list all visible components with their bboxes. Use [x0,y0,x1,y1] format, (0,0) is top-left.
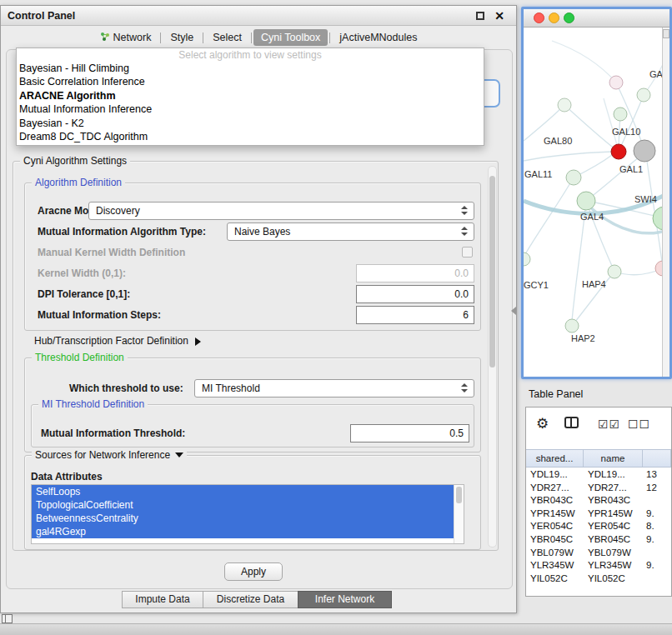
table-row[interactable]: YIL052CYIL052C [526,572,671,586]
table-cell: YLR345W [526,559,584,572]
tab-separator [329,32,330,43]
table-row[interactable]: YBL079WYBL079W [526,547,671,560]
aracne-mode-value: Discovery [96,205,140,217]
algorithm-option-bayesian-hill-climbing[interactable]: Bayesian - Hill Climbing [17,62,484,75]
tab-label: Select [213,32,242,43]
mi-steps-field[interactable]: 6 [356,306,474,324]
network-icon [100,32,110,44]
algorithm-dropdown-prompt: Select algorithm to view settings [17,48,484,62]
settings-scrollbar-thumb[interactable] [489,176,495,368]
mi-type-select[interactable]: Naive Bayes [227,222,474,241]
algorithm-option-basic-correlation-inference[interactable]: Basic Correlation Inference [17,75,484,88]
algorithm-definition-title: Algorithm Definition [32,177,125,188]
algorithm-option-aracne-algorithm[interactable]: ARACNE Algorithm [17,89,484,102]
close-icon[interactable]: ✕ [494,6,504,26]
tab-cyni-toolbox[interactable]: Cyni Toolbox [253,29,328,46]
panel-title: Control Panel [8,6,75,26]
column-header-extra[interactable] [643,450,671,467]
table-row[interactable]: YDR27...YDR27...12 [526,482,671,495]
dpi-tolerance-field[interactable]: 0.0 [356,285,474,303]
node-label-gal4: GAL4 [580,212,604,222]
kernel-width-label: Kernel Width (0,1): [38,267,126,280]
float-window-icon[interactable] [476,12,484,20]
hub-definition-expander[interactable]: Hub/Transcription Factor Definition [34,335,201,347]
sources-title-text: Sources for Network Inference [35,449,170,461]
table-cell [643,494,671,508]
network-node[interactable] [614,108,627,121]
tab-label: Cyni Toolbox [261,32,320,43]
network-node[interactable] [577,192,595,210]
table-cell: 9. [643,533,671,547]
network-node[interactable] [558,98,571,112]
table-row[interactable]: YBR043CYBR043C [526,494,671,508]
network-node[interactable] [608,265,621,278]
bottom-tab-impute-data[interactable]: Impute Data [122,591,203,608]
network-node[interactable] [566,170,581,185]
kernel-width-field[interactable]: 0.0 [356,264,474,282]
network-scrollbar[interactable] [662,28,669,377]
sources-group-title[interactable]: Sources for Network Inference [32,449,187,461]
algorithm-option-bayesian-k2[interactable]: Bayesian - K2 [17,117,484,130]
table-row[interactable]: YER054CYER054C8. [526,520,671,533]
unchecked-columns-icon[interactable]: ☐☐ [628,418,650,431]
network-node[interactable] [565,319,579,332]
table-row[interactable]: YDL19...YDL19...13 [526,468,671,482]
zoom-traffic-light-icon[interactable] [564,12,574,23]
settings-scrollbar[interactable] [488,166,497,548]
manual-kernel-checkbox[interactable] [462,247,473,258]
table-cell: YER054C [584,520,643,533]
algorithm-option-dream8-dc-tdc-algorithm[interactable]: Dream8 DC_TDC Algorithm [17,130,484,143]
columns-icon[interactable] [564,414,579,431]
table-header-row: shared...name [526,449,671,468]
attributes-scrollbar-thumb[interactable] [456,487,462,503]
tab-style[interactable]: Style [163,29,201,46]
mi-steps-label: Mutual Information Steps: [38,308,161,322]
attribute-item-betweennesscentrality[interactable]: BetweennessCentrality [32,512,454,525]
gray-node[interactable] [634,140,655,162]
hub-definition-label: Hub/Transcription Factor Definition [34,335,188,347]
algorithm-option-mutual-information-inference[interactable]: Mutual Information Inference [17,102,484,116]
network-edge [525,178,574,254]
collapse-down-icon [175,452,183,458]
aracne-mode-select[interactable]: Discovery [88,202,474,220]
network-scrollbar-button[interactable] [663,29,669,38]
table-row[interactable]: YLR345WYLR345W9. [526,559,671,572]
control-panel-window: Control Panel ✕ NetworkStyleSelectCyni T… [0,5,517,613]
column-header-name[interactable]: name [584,450,643,467]
table-cell [643,572,671,586]
table-cell: 9. [643,559,671,572]
which-threshold-select[interactable]: MI Threshold [194,379,474,398]
bottom-tab-infer-network[interactable]: Infer Network [298,591,392,608]
apply-button[interactable]: Apply [224,562,283,581]
restore-panel-icon[interactable] [2,614,13,623]
tab-select[interactable]: Select [205,29,249,46]
network-node[interactable] [524,252,530,266]
red-node[interactable] [611,144,626,159]
control-panel-tab-bar: NetworkStyleSelectCyni ToolboxjActiveMNo… [1,28,516,48]
splitter-collapse-icon[interactable] [511,307,516,315]
gear-icon[interactable]: ⚙ [536,415,549,432]
minimize-traffic-light-icon[interactable] [549,12,559,23]
tab-network[interactable]: Network [93,29,159,47]
table-cell: YIL052C [584,572,643,586]
attribute-item-selfloops[interactable]: SelfLoops [32,485,454,498]
bottom-tab-discretize-data[interactable]: Discretize Data [203,591,298,608]
table-row[interactable]: YPR145WYPR145W9. [526,508,671,521]
node-label-gal1: GAL1 [619,164,643,174]
table-row[interactable]: YBR045CYBR045C9. [526,533,671,547]
tab-separator [203,32,203,43]
tab-separator [160,32,161,43]
table-cell: 13 [643,468,671,482]
network-node[interactable] [609,76,623,89]
network-node[interactable] [637,88,650,102]
attributes-scrollbar[interactable] [454,485,464,543]
network-canvas[interactable]: GALGAL80GAL10GAL11GAL1SWI4GAL4GCY1HAP4HA… [524,28,669,377]
tab-jactivemnodules[interactable]: jActiveMNodules [332,29,424,46]
table-cell: YPR145W [526,508,584,521]
attribute-item-gal4rgexp[interactable]: gal4RGexp [32,525,454,538]
attribute-item-topologicalcoefficient[interactable]: TopologicalCoefficient [32,498,454,512]
column-header-shared[interactable]: shared... [526,450,584,467]
close-traffic-light-icon[interactable] [534,12,544,23]
mi-threshold-field[interactable]: 0.5 [350,424,469,442]
checked-columns-icon[interactable]: ☑☑ [598,418,620,431]
